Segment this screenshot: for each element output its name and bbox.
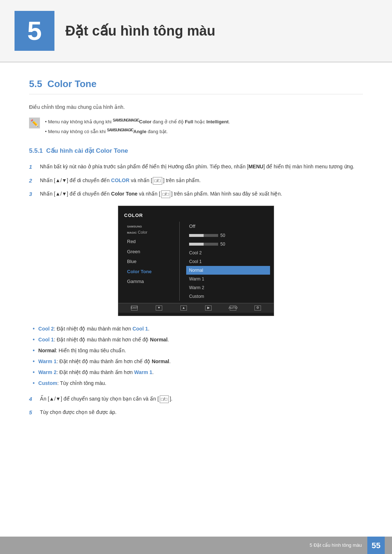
steps-list: 1 Nhấn bất kỳ nút nào ở phía trước sản p… [29, 163, 363, 198]
menu-item-color-tone: Color Tone [124, 267, 173, 277]
color-menu-left: SAMSUNGMAGIC Color Red Green Blue Color … [118, 222, 176, 301]
value-off: Off [186, 222, 270, 231]
bullet-cool2: • Cool 2: Đặt nhiệt độ màu thành mát hơn… [33, 325, 363, 333]
color-menu-title: COLOR [118, 210, 274, 222]
up-icon: ▲ [180, 305, 187, 311]
options-bullet-list: • Cool 2: Đặt nhiệt độ màu thành mát hơn… [33, 325, 363, 387]
dropdown-normal: Normal [186, 266, 270, 275]
step-3: 3 Nhấn [▲/▼] để di chuyển đến Color Tone… [29, 190, 363, 198]
btn-right: ▶ [205, 305, 212, 311]
slider-bar-green [189, 243, 218, 246]
chapter-title: Đặt cấu hình tông màu [65, 21, 215, 41]
auto-icon: AUTO [230, 305, 236, 311]
bullet-text-cool1: Cool 1: Đặt nhiệt độ màu thành mát hơn c… [38, 336, 169, 344]
menu-item-magic-color: SAMSUNGMAGIC Color [124, 222, 173, 237]
settings-icon: ⚙ [254, 305, 261, 311]
menu-item-red: Red [124, 237, 173, 247]
note-lines: • Menu này không khả dụng khi SAMSUNGMAG… [45, 118, 230, 135]
bullet-normal: • Normal: Hiển thị tông màu tiêu chuẩn. [33, 347, 363, 355]
menu-item-green: Green [124, 247, 173, 257]
btn-auto: AUTO [230, 305, 236, 311]
bullet-dot-2: • [33, 335, 35, 344]
step-number-3: 3 [29, 190, 36, 198]
down-icon: ▼ [156, 305, 162, 311]
bullet-dot-5: • [33, 368, 35, 377]
ui-screenshot: COLOR SAMSUNGMAGIC Color Red Green Blue … [118, 206, 274, 316]
note-line-1: • Menu này không khả dụng khi SAMSUNGMAG… [45, 118, 230, 126]
slider-red: 50 [186, 231, 270, 240]
color-menu-right: Off 50 50 Cool 2 Cool 1 Normal Warm 1 Wa… [183, 222, 274, 301]
exit-icon: EXIT [131, 305, 138, 311]
step-1: 1 Nhấn bất kỳ nút nào ở phía trước sản p… [29, 163, 363, 171]
menu-bottom-bar: EXIT ▼ ▲ ▶ AUTO ⚙ [118, 303, 274, 313]
bullet-text-warm1: Warm 1: Đặt nhiệt độ màu thành ấm hơn ch… [38, 358, 171, 365]
step-number-5: 5 [29, 408, 36, 417]
chapter-number: 5 [15, 11, 54, 51]
bullet-cool1: • Cool 1: Đặt nhiệt độ màu thành mát hơn… [33, 336, 363, 344]
step-text-3: Nhấn [▲/▼] để di chuyển đến Color Tone v… [40, 190, 282, 198]
step-text-2: Nhấn [▲/▼] để di chuyển đến COLOR và nhấ… [40, 176, 201, 185]
menu-divider [179, 222, 180, 301]
step-text-4: Ấn [▲/▼] để chuyển sang tùy chọn bạn cần… [40, 395, 172, 403]
step-number-1: 1 [29, 163, 36, 171]
btn-down: ▼ [156, 305, 162, 311]
section-heading: 5.5 Color Tone [29, 77, 363, 94]
dropdown-cool1: Cool 1 [186, 257, 270, 266]
subsection-heading: 5.5.1 Cấu hình cài đặt Color Tone [29, 146, 363, 156]
menu-item-gamma: Gamma [124, 276, 173, 287]
bullet-text-normal: Normal: Hiển thị tông màu tiêu chuẩn. [38, 347, 126, 354]
step-5: 5 Tùy chọn được chọn sẽ được áp. [29, 408, 363, 417]
main-content: 5.5 Color Tone Điều chỉnh tông màu chung… [0, 77, 392, 453]
bullet-text-warm2: Warm 2: Đặt nhiệt độ màu thành ấm hơn Wa… [38, 369, 154, 376]
step-number-4: 4 [29, 395, 36, 403]
menu-item-blue: Blue [124, 257, 173, 267]
page-number: 55 [367, 537, 385, 554]
bullet-dot-3: • [33, 346, 35, 355]
note-line-2: • Menu này không có sẵn khi SAMSUNGMAGIC… [45, 127, 230, 135]
dropdown-cool2: Cool 2 [186, 249, 270, 257]
chapter-header: 5 Đặt cấu hình tông màu [0, 0, 392, 62]
step-text-1: Nhấn bất kỳ nút nào ở phía trước sản phẩ… [40, 163, 354, 171]
bullet-text-cool2: Cool 2: Đặt nhiệt độ màu thành mát hơn C… [38, 325, 150, 333]
step-4: 4 Ấn [▲/▼] để chuyển sang tùy chọn bạn c… [29, 395, 363, 403]
btn-settings: ⚙ [254, 305, 261, 311]
color-menu: COLOR SAMSUNGMAGIC Color Red Green Blue … [118, 206, 274, 316]
steps-list-2: 4 Ấn [▲/▼] để chuyển sang tùy chọn bạn c… [29, 395, 363, 417]
right-icon: ▶ [205, 305, 212, 311]
bullet-warm2: • Warm 2: Đặt nhiệt độ màu thành ấm hơn … [33, 369, 363, 377]
bullet-dot-6: • [33, 379, 35, 387]
step-text-5: Tùy chọn được chọn sẽ được áp. [40, 408, 117, 416]
bullet-custom: • Custom: Tùy chỉnh tông màu. [33, 379, 363, 387]
btn-up: ▲ [180, 305, 187, 311]
note-icon: ✏️ [29, 118, 40, 128]
step-2: 2 Nhấn [▲/▼] để di chuyển đến COLOR và n… [29, 176, 363, 185]
bullet-text-custom: Custom: Tùy chỉnh tông màu. [38, 379, 106, 387]
intro-text: Điều chỉnh tông màu chung của hình ảnh. [29, 103, 363, 111]
slider-green: 50 [186, 240, 270, 249]
btn-exit: EXIT [131, 305, 138, 311]
dropdown-custom: Custom [186, 292, 270, 301]
slider-val-green: 50 [220, 241, 228, 247]
slider-val-red: 50 [220, 232, 228, 239]
bullet-warm1: • Warm 1: Đặt nhiệt độ màu thành ấm hơn … [33, 358, 363, 366]
note-box: ✏️ • Menu này không khả dụng khi SAMSUNG… [29, 118, 363, 135]
slider-bar-red [189, 234, 218, 237]
footer-text: 5 Đặt cấu hình tông màu [310, 542, 362, 549]
bullet-dot-4: • [33, 357, 35, 366]
step-number-2: 2 [29, 176, 36, 185]
color-menu-content: SAMSUNGMAGIC Color Red Green Blue Color … [118, 222, 274, 301]
bullet-dot-1: • [33, 324, 35, 333]
dropdown-warm2: Warm 2 [186, 283, 270, 292]
page-footer: 5 Đặt cấu hình tông màu 55 [0, 537, 392, 554]
dropdown-warm1: Warm 1 [186, 275, 270, 283]
